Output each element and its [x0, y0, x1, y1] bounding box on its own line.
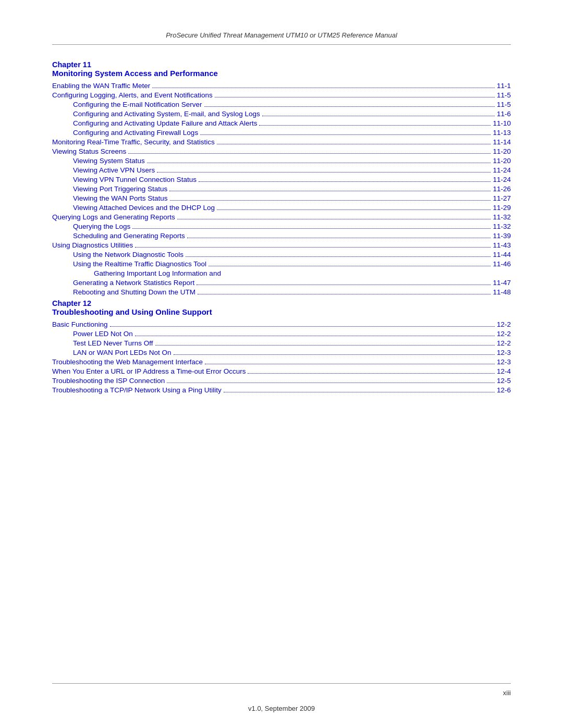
toc-entry-page: 11-47 [493, 279, 511, 287]
toc-entry-text: Configuring the E-mail Notification Serv… [73, 101, 202, 108]
toc-entry-page: 12-2 [497, 320, 511, 328]
toc-entry-page: 11-24 [493, 166, 511, 174]
toc-entry-continuation-0-20[interactable]: Gathering Important Log Information and [52, 269, 511, 277]
toc-entry-0-5[interactable]: Configuring and Activating Firewall Logs… [52, 129, 511, 137]
toc-entry-0-6[interactable]: Monitoring Real-Time Traffic, Security, … [52, 138, 511, 146]
toc-entry-0-15[interactable]: Querying the Logs11-32 [52, 223, 511, 230]
toc-entry-0-16[interactable]: Scheduling and Generating Reports11-39 [52, 232, 511, 240]
toc-entry-1-3[interactable]: LAN or WAN Port LEDs Not On12-3 [52, 349, 511, 356]
toc-entry-text: Configuring and Activating Firewall Logs [73, 129, 198, 137]
toc-entry-dots [200, 134, 491, 135]
toc-entry-0-18[interactable]: Using the Network Diagnostic Tools11-44 [52, 251, 511, 258]
toc-entry-page: 12-3 [497, 349, 511, 356]
toc-entry-dots [135, 247, 491, 248]
toc-entry-0-17[interactable]: Using Diagnostics Utilities11-43 [52, 241, 511, 249]
toc-entry-dots [217, 144, 491, 144]
toc-entry-text: Enabling the WAN Traffic Meter [52, 82, 150, 90]
toc-entry-dots [197, 285, 491, 285]
toc-entry-text: Configuring and Activating Update Failur… [73, 119, 257, 127]
toc-entry-1-5[interactable]: When You Enter a URL or IP Address a Tim… [52, 367, 511, 375]
toc-entry-dots [248, 373, 495, 374]
toc-entry-page: 11-20 [493, 157, 511, 165]
toc-entry-0-19[interactable]: Using the Realtime Traffic Diagnostics T… [52, 260, 511, 268]
toc-entry-dots [152, 88, 495, 88]
toc-entry-dots [205, 364, 495, 364]
toc-entry-dots [110, 326, 495, 327]
toc-entry-0-12[interactable]: Viewing the WAN Ports Status11-27 [52, 194, 511, 202]
toc-entry-text: Configuring and Activating System, E-mai… [73, 110, 260, 118]
chapter-label-1: Chapter 12 [52, 299, 511, 307]
toc-entry-page: 11-1 [497, 82, 511, 90]
toc-entry-dots [167, 382, 495, 383]
toc-entry-dots [187, 238, 491, 238]
toc-entry-dots [155, 345, 495, 346]
chapter-label-0: Chapter 11 [52, 60, 511, 69]
toc-entry-1-1[interactable]: Power LED Not On12-2 [52, 330, 511, 338]
toc-entry-0-2[interactable]: Configuring the E-mail Notification Serv… [52, 101, 511, 108]
chapter-title-1: Troubleshooting and Using Online Support [52, 307, 511, 316]
toc-entry-1-0[interactable]: Basic Functioning12-2 [52, 320, 511, 328]
header-title: ProSecure Unified Threat Management UTM1… [166, 31, 397, 39]
chapter-section-11: Chapter 11Monitoring System Access and P… [52, 60, 511, 296]
toc-entry-text: Configuring Logging, Alerts, and Event N… [52, 91, 213, 99]
toc-entry-1-2[interactable]: Test LED Never Turns Off12-2 [52, 339, 511, 347]
toc-entry-text: Troubleshooting a TCP/IP Network Using a… [52, 386, 222, 394]
toc-entry-dots [199, 181, 491, 182]
toc-entry-dots [198, 294, 491, 294]
toc-entry-page: 11-44 [493, 251, 511, 258]
toc-entry-0-7[interactable]: Viewing Status Screens11-20 [52, 147, 511, 155]
toc-entry-text: Using the Network Diagnostic Tools [73, 251, 183, 258]
toc-entry-page: 12-3 [497, 358, 511, 366]
toc-entry-text: Viewing System Status [73, 157, 145, 165]
toc-entry-dots [135, 336, 495, 336]
toc-entry-0-13[interactable]: Viewing Attached Devices and the DHCP Lo… [52, 204, 511, 212]
toc-entry-1-6[interactable]: Troubleshooting the ISP Connection12-5 [52, 377, 511, 385]
toc-entry-text: Viewing Active VPN Users [73, 166, 155, 174]
toc-entry-text: Viewing VPN Tunnel Connection Status [73, 176, 197, 183]
toc-entry-page: 12-4 [497, 367, 511, 375]
toc-entry-0-21[interactable]: Generating a Network Statistics Report11… [52, 279, 511, 287]
toc-entry-page: 11-10 [493, 119, 511, 127]
toc-entry-0-3[interactable]: Configuring and Activating System, E-mai… [52, 110, 511, 118]
toc-entry-dots [186, 256, 491, 257]
toc-entry-1-4[interactable]: Troubleshooting the Web Management Inter… [52, 358, 511, 366]
toc-entry-0-1[interactable]: Configuring Logging, Alerts, and Event N… [52, 91, 511, 99]
toc-entry-0-8[interactable]: Viewing System Status11-20 [52, 157, 511, 165]
toc-entry-dots [170, 200, 491, 201]
toc-entry-text: Generating a Network Statistics Report [73, 279, 194, 287]
toc-entry-dots [217, 209, 491, 210]
chapter-title-0: Monitoring System Access and Performance [52, 69, 511, 78]
toc-entry-page: 12-6 [497, 386, 511, 394]
toc-entry-0-10[interactable]: Viewing VPN Tunnel Connection Status11-2… [52, 176, 511, 183]
toc-entry-0-14[interactable]: Querying Logs and Generating Reports11-3… [52, 213, 511, 221]
footer-page-number: xiii [503, 689, 511, 697]
toc-entry-0-4[interactable]: Configuring and Activating Update Failur… [52, 119, 511, 127]
toc-entry-dots [215, 97, 495, 97]
toc-entry-text: Viewing Status Screens [52, 147, 126, 155]
toc-entry-text: Rebooting and Shutting Down the UTM [73, 288, 195, 296]
toc-entry-0-9[interactable]: Viewing Active VPN Users11-24 [52, 166, 511, 174]
toc-entry-page: 11-48 [493, 288, 511, 296]
toc-entry-dots [157, 172, 491, 172]
toc-entry-0-11[interactable]: Viewing Port Triggering Status11-26 [52, 185, 511, 193]
page-container: ProSecure Unified Threat Management UTM1… [0, 0, 563, 728]
toc-content: Chapter 11Monitoring System Access and P… [52, 60, 511, 668]
toc-entry-0-22[interactable]: Rebooting and Shutting Down the UTM11-48 [52, 288, 511, 296]
toc-entry-page: 11-24 [493, 176, 511, 183]
toc-entry-page: 11-32 [493, 213, 511, 221]
page-footer: xiii [52, 683, 511, 697]
page-header: ProSecure Unified Threat Management UTM1… [52, 31, 511, 45]
toc-entry-text: Using the Realtime Traffic Diagnostics T… [73, 260, 206, 268]
toc-entry-1-7[interactable]: Troubleshooting a TCP/IP Network Using a… [52, 386, 511, 394]
toc-entry-page: 11-26 [493, 185, 511, 193]
toc-entry-text: Querying Logs and Generating Reports [52, 213, 175, 221]
toc-entry-text: Power LED Not On [73, 330, 133, 338]
toc-entry-0-0[interactable]: Enabling the WAN Traffic Meter11-1 [52, 82, 511, 90]
toc-entry-dots [209, 266, 491, 266]
toc-entry-page: 11-32 [493, 223, 511, 230]
toc-entry-text: Viewing the WAN Ports Status [73, 194, 168, 202]
toc-entry-text: Basic Functioning [52, 320, 108, 328]
toc-entry-text: Troubleshooting the Web Management Inter… [52, 358, 203, 366]
toc-entry-dots [262, 116, 495, 116]
toc-entry-dots [259, 125, 491, 126]
